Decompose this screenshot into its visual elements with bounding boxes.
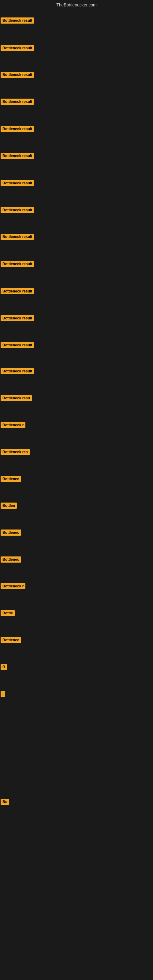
bottleneck-badge-17[interactable]: Bottleneck res — [1, 449, 30, 455]
bottleneck-badge-4[interactable]: Bottleneck result — [1, 99, 34, 105]
bottleneck-badge-21[interactable]: Bottlenec — [1, 557, 21, 563]
bottleneck-badge-23[interactable]: Bottle — [1, 610, 15, 616]
bottleneck-badge-12[interactable]: Bottleneck result — [1, 315, 34, 321]
bottleneck-badge-26[interactable]: | — [1, 691, 5, 697]
bottleneck-badge-9[interactable]: Bottleneck result — [1, 234, 34, 240]
bottleneck-badge-5[interactable]: Bottleneck result — [1, 126, 34, 132]
site-title: TheBottlenecker.com — [56, 2, 97, 7]
bottleneck-badge-1[interactable]: Bottleneck result — [1, 18, 34, 24]
bottleneck-badge-6[interactable]: Bottleneck result — [1, 153, 34, 159]
bottleneck-badge-13[interactable]: Bottleneck result — [1, 342, 34, 348]
bottleneck-badge-11[interactable]: Bottleneck result — [1, 288, 34, 294]
bottleneck-badge-22[interactable]: Bottleneck r — [1, 583, 26, 589]
bottleneck-badge-27[interactable]: Bo — [1, 799, 9, 805]
bottleneck-badge-16[interactable]: Bottleneck r — [1, 422, 26, 428]
bottleneck-badge-3[interactable]: Bottleneck result — [1, 72, 34, 78]
bottleneck-badge-15[interactable]: Bottleneck resu — [1, 395, 32, 401]
bottleneck-badge-20[interactable]: Bottlenec — [1, 530, 21, 536]
bottleneck-badge-8[interactable]: Bottleneck result — [1, 207, 34, 213]
bottleneck-badge-7[interactable]: Bottleneck result — [1, 180, 34, 186]
bottleneck-badge-25[interactable]: B — [1, 664, 7, 670]
bottleneck-badge-18[interactable]: Bottlenec — [1, 476, 21, 482]
bottleneck-badge-14[interactable]: Bottleneck result — [1, 368, 34, 374]
bottleneck-badge-10[interactable]: Bottleneck result — [1, 261, 34, 267]
bottleneck-badge-19[interactable]: Bottlen — [1, 503, 17, 509]
bottleneck-badge-2[interactable]: Bottleneck result — [1, 45, 34, 51]
bottleneck-badge-24[interactable]: Bottlenec — [1, 637, 21, 643]
